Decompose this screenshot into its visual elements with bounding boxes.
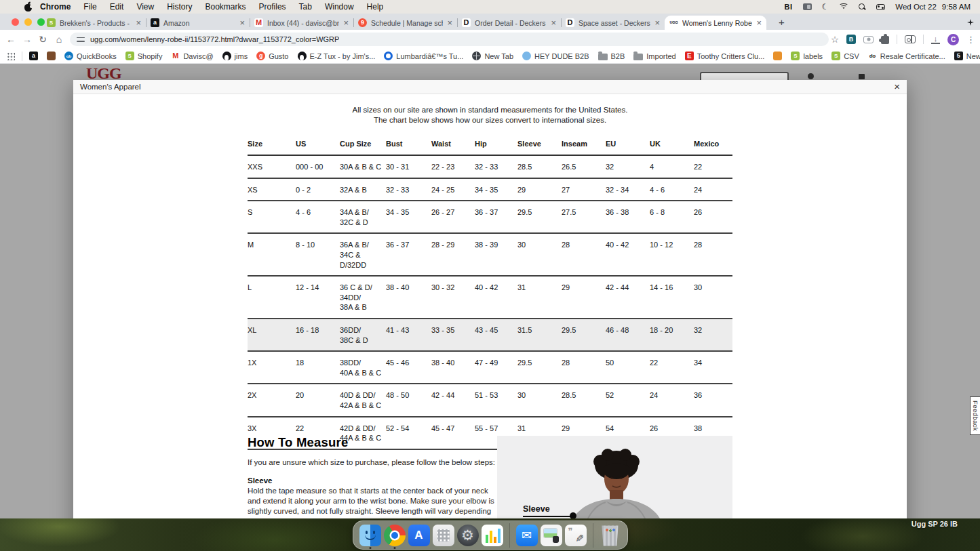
reload-button[interactable]: ↻ <box>36 30 50 49</box>
dock-item-chrome[interactable] <box>384 525 406 546</box>
spotlight-search-icon[interactable] <box>859 3 866 11</box>
tab-close-icon[interactable]: × <box>239 20 245 26</box>
bookmark-toothy-critters-clu[interactable]: EToothy Critters Clu... <box>685 52 765 60</box>
bookmark-gusto[interactable]: gGusto <box>256 52 288 60</box>
bookmark-amazon[interactable]: a <box>29 52 38 60</box>
tab-organize-sparkle-icon[interactable] <box>967 19 974 26</box>
amazon-favicon: a <box>29 52 38 60</box>
bookmark-hey-dude-b2b[interactable]: HEY DUDE B2B <box>522 52 589 60</box>
dock-item-launchpad[interactable] <box>433 525 454 546</box>
tab-close-icon[interactable]: × <box>343 20 349 26</box>
account-icon[interactable] <box>808 73 814 79</box>
tab-close-icon[interactable]: × <box>654 20 660 26</box>
bookmark-davisc[interactable]: MDavisc@ <box>171 52 213 60</box>
dock-settings-icon <box>457 525 479 546</box>
dock-item-finder[interactable] <box>359 525 381 546</box>
bookmark-labels[interactable]: Slabels <box>791 52 823 60</box>
back-button[interactable]: ← <box>4 30 18 49</box>
penguin-favicon <box>298 52 307 60</box>
close-window-button[interactable] <box>12 18 19 26</box>
menu-file[interactable]: File <box>83 2 96 12</box>
tab-close-icon[interactable]: × <box>551 20 556 26</box>
tab-brekken-s-products-ugg[interactable]: SBrekken's - Products - UGG®× <box>42 16 146 30</box>
cart-icon[interactable] <box>859 74 865 79</box>
table-cell: 1X <box>248 351 296 384</box>
menu-bookmarks[interactable]: Bookmarks <box>205 2 246 12</box>
dock-item-settings[interactable] <box>457 525 479 546</box>
bookmark-shopify[interactable]: SShopify <box>125 52 163 60</box>
modal-close-icon[interactable]: × <box>894 81 900 92</box>
column-header-hip: Hip <box>475 133 517 155</box>
menubar-clock[interactable]: Wed Oct 22 9:58 AM <box>895 3 971 11</box>
downloads-icon[interactable]: ↓ <box>931 35 940 44</box>
apps-grid-icon[interactable] <box>7 52 15 60</box>
dock-item-numbers[interactable] <box>482 525 503 546</box>
wifi-icon[interactable] <box>839 3 848 11</box>
figure-sleeve-label: Sleeve <box>523 504 550 514</box>
bookmark-b2b[interactable]: B2B <box>598 52 625 60</box>
display-panel-icon[interactable] <box>803 3 812 10</box>
bookmark-quickbooks[interactable]: qbQuickBooks <box>64 52 117 60</box>
extensions-puzzle-icon[interactable] <box>881 36 889 44</box>
tab-space-asset-deckers-asset[interactable]: DSpace asset - Deckers Asset× <box>561 16 665 30</box>
tab-close-icon[interactable]: × <box>447 20 452 26</box>
bookmark-cat[interactable] <box>773 52 782 60</box>
dock-item-preview[interactable] <box>541 525 562 546</box>
feedback-button[interactable]: Feedback <box>970 396 980 435</box>
bookmark-new-5[interactable]: 5New 5* <box>954 52 980 60</box>
tab-title: Schedule | Manage schedules <box>371 19 443 27</box>
dock-item-trash[interactable] <box>600 525 621 546</box>
bookmark-jims[interactable]: jims <box>222 52 248 60</box>
focus-moon-icon[interactable]: ☾ <box>822 3 829 11</box>
menu-edit[interactable]: Edit <box>110 2 124 12</box>
tab-women-s-lenny-robe-ii-ugg[interactable]: UGGWomen's Lenny Robe II | UGG× <box>665 16 766 30</box>
table-cell: 28.5 <box>562 384 606 416</box>
home-button[interactable]: ⌂ <box>52 30 66 49</box>
bi-status-icon[interactable]: BI <box>785 3 793 11</box>
bookmark-lumbardi-s-tu[interactable]: Lumbardiâ€™s Tu... <box>384 52 463 60</box>
forward-button[interactable]: → <box>20 30 34 49</box>
minimize-window-button[interactable] <box>24 18 32 26</box>
folder-favicon <box>598 54 608 60</box>
bookmark-new-tab[interactable]: New Tab <box>472 52 513 60</box>
menu-profiles[interactable]: Profiles <box>259 2 286 12</box>
dock-item-textedit[interactable] <box>565 525 587 546</box>
chrome-menu-icon[interactable]: ⋮ <box>966 35 975 45</box>
new-tab-button[interactable]: + <box>779 16 785 28</box>
site-info-icon[interactable] <box>77 36 85 43</box>
bookmark-csv[interactable]: SCSV <box>831 52 859 60</box>
bookmark-label: Davisc@ <box>183 52 213 60</box>
tab-amazon[interactable]: aAmazon× <box>146 16 250 30</box>
table-cell: 4 - 6 <box>650 178 694 201</box>
bookmark-resale-certificate[interactable]: doResale Certificate... <box>868 52 945 60</box>
tab-close-icon[interactable]: × <box>756 20 762 26</box>
table-row-m: M8 - 1036A & B/ 34C & D/32DD36 - 3728 - … <box>248 233 732 276</box>
bookmark-e-z-tux-by-jim-s[interactable]: E-Z Tux - by Jim's... <box>298 52 376 60</box>
tab-order-detail-deckers-b2b-o[interactable]: DOrder Detail - Deckers B2B O× <box>457 16 561 30</box>
side-panel-search-icon[interactable] <box>905 35 916 43</box>
dock-item-mail[interactable] <box>516 525 538 546</box>
menu-window[interactable]: Window <box>325 2 354 12</box>
apple-menu-icon[interactable] <box>24 3 32 12</box>
profile-avatar[interactable]: C <box>947 34 959 45</box>
desktop-note: Ugg SP 26 IB <box>912 520 958 528</box>
menu-app-name[interactable]: Chrome <box>40 2 71 12</box>
menu-help[interactable]: Help <box>367 2 384 12</box>
dock-item-appstore[interactable] <box>408 525 430 546</box>
tab-inbox-44-davisc-brekken[interactable]: MInbox (44) - davisc@brekken× <box>250 16 353 30</box>
control-center-icon[interactable] <box>876 4 885 10</box>
extension-b-icon[interactable]: B <box>846 35 856 44</box>
extension-camera-icon[interactable] <box>863 36 874 43</box>
bookmark-star-icon[interactable]: ☆ <box>831 34 839 45</box>
menu-view[interactable]: View <box>136 2 154 12</box>
omnibox[interactable]: ugg.com/women/lenny-robe-ii/1153772.html… <box>70 33 829 46</box>
menu-history[interactable]: History <box>167 2 192 12</box>
table-cell: 41 - 43 <box>386 319 431 351</box>
bookmark-brown[interactable] <box>47 52 56 60</box>
url-text[interactable]: ugg.com/women/lenny-robe-ii/1153772.html… <box>90 35 339 43</box>
tab-schedule-manage-schedules[interactable]: 9Schedule | Manage schedules× <box>353 16 457 30</box>
tab-close-icon[interactable]: × <box>136 20 141 26</box>
bookmark-imported[interactable]: Imported <box>633 52 675 60</box>
menu-tab[interactable]: Tab <box>299 2 312 12</box>
table-cell: 30 <box>517 384 562 416</box>
